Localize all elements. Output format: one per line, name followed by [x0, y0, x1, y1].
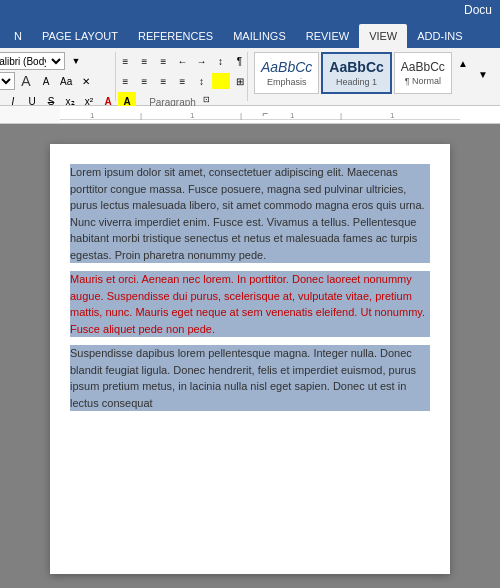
ruler-inner: 1 | 1 | 1 | 1 ⌐ [60, 106, 500, 123]
styles-more[interactable]: ▼ [474, 65, 492, 83]
normal-label: ¶ Normal [405, 76, 441, 86]
align-center-button[interactable]: ≡ [136, 72, 154, 90]
tab-view[interactable]: VIEW [359, 24, 407, 48]
style-emphasis[interactable]: AaBbCc Emphasis [254, 52, 319, 94]
ruler: 1 | 1 | 1 | 1 ⌐ [0, 106, 500, 124]
font-shrink-button[interactable]: A [37, 72, 55, 90]
justify-button[interactable]: ≡ [174, 72, 192, 90]
svg-text:1: 1 [290, 111, 295, 120]
show-marks-button[interactable]: ¶ [231, 52, 249, 70]
borders-button[interactable]: ⊞ [231, 72, 249, 90]
numbering-button[interactable]: ≡ [136, 52, 154, 70]
clear-formatting-button[interactable]: ✕ [77, 72, 95, 90]
bullets-button[interactable]: ≡ [117, 52, 135, 70]
tab-addins[interactable]: ADD-INS [407, 24, 472, 48]
font-dialog-launcher[interactable]: ▼ [67, 52, 85, 70]
heading1-label: Heading 1 [336, 77, 377, 87]
align-right-button[interactable]: ≡ [155, 72, 173, 90]
font-family-select[interactable]: Calibri (Body) [0, 52, 65, 70]
heading1-preview: AaBbCc [329, 59, 383, 75]
tab-review[interactable]: REVIEW [296, 24, 359, 48]
tab-references[interactable]: REFERENCES [128, 24, 223, 48]
decrease-indent-button[interactable]: ← [174, 52, 192, 70]
svg-text:1: 1 [90, 111, 95, 120]
emphasis-preview: AaBbCc [261, 59, 312, 75]
title-bar: Docu [0, 0, 500, 20]
svg-text:1: 1 [390, 111, 395, 120]
tab-mailings[interactable]: MAILINGS [223, 24, 296, 48]
svg-text:|: | [240, 111, 242, 120]
increase-indent-button[interactable]: → [193, 52, 211, 70]
font-group: Calibri (Body) ▼ 12 A A Aa ✕ B I U [6, 52, 116, 101]
ribbon-tabs: N PAGE LAYOUT REFERENCES MAILINGS REVIEW… [0, 20, 500, 48]
line-spacing-button[interactable]: ↕ [193, 72, 211, 90]
paragraph-1[interactable]: Lorem ipsum dolor sit amet, consectetuer… [70, 164, 430, 263]
paragraph-2[interactable]: Mauris et orci. Aenean nec lorem. In por… [70, 271, 430, 337]
font-size-select[interactable]: 12 [0, 72, 15, 90]
svg-text:|: | [340, 111, 342, 120]
paragraph-3[interactable]: Suspendisse dapibus lorem pellentesque m… [70, 345, 430, 411]
paragraph-controls: ≡ ≡ ≡ ← → ↕ ¶ ≡ ≡ ≡ ≡ ↕ ⊞ [117, 52, 249, 90]
ribbon-content: Calibri (Body) ▼ 12 A A Aa ✕ B I U [0, 48, 500, 106]
paragraph-group: ≡ ≡ ≡ ← → ↕ ¶ ≡ ≡ ≡ ≡ ↕ ⊞ [118, 52, 248, 101]
tab-page-layout[interactable]: PAGE LAYOUT [32, 24, 128, 48]
title-text: Docu [464, 3, 492, 17]
svg-text:|: | [140, 111, 142, 120]
style-normal[interactable]: AaBbCc ¶ Normal [394, 52, 452, 94]
font-grow-button[interactable]: A [17, 72, 35, 90]
align-left-button[interactable]: ≡ [117, 72, 135, 90]
emphasis-label: Emphasis [267, 77, 307, 87]
svg-text:1: 1 [190, 111, 195, 120]
shading-button[interactable] [212, 73, 230, 89]
document-area[interactable]: Lorem ipsum dolor sit amet, consectetuer… [0, 124, 500, 588]
sort-button[interactable]: ↕ [212, 52, 230, 70]
page[interactable]: Lorem ipsum dolor sit amet, consectetuer… [50, 144, 450, 574]
change-case-button[interactable]: Aa [57, 72, 75, 90]
tab-n[interactable]: N [4, 24, 32, 48]
style-heading1[interactable]: AaBbCc Heading 1 [321, 52, 391, 94]
styles-group: AaBbCc Emphasis AaBbCc Heading 1 AaBbCc … [250, 52, 496, 94]
styles-scroll-up[interactable]: ▲ [454, 54, 472, 72]
multilevel-list-button[interactable]: ≡ [155, 52, 173, 70]
normal-preview: AaBbCc [401, 60, 445, 74]
